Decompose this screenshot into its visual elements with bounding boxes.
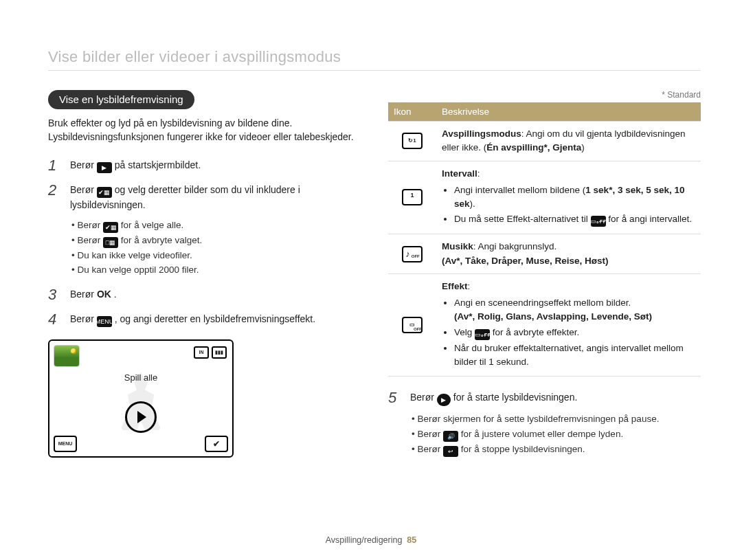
page-footer: Avspilling/redigering 85 [0, 535, 742, 545]
page-number: 85 [407, 535, 416, 545]
preview-thumbnail-icon [54, 345, 80, 367]
ok-icon: OK [97, 289, 111, 300]
options-table: Ikon Beskrivelse ↻1 Avspillingsmodus: An… [388, 102, 701, 377]
music-off-icon [402, 246, 423, 262]
step-2-bullet: Berør □▦ for å avbryte valget. [71, 233, 361, 248]
step-5-bullet: Berør ↩ for å stoppe lysbildevisningen. [412, 442, 701, 457]
step-2-bullet: Berør ✔▦ for å velge alle. [71, 218, 361, 233]
left-column: Vise en lysbildefremvisning Bruk effekte… [48, 90, 361, 467]
step-2-bullet: Du kan ikke velge videofiler. [71, 248, 361, 263]
menu-icon: MENU [97, 316, 112, 327]
camera-preview: IN ▮▮▮ Spill alle MENU ✔ [48, 339, 234, 458]
back-icon: ↩ [443, 446, 458, 457]
standard-note: * Standard [388, 90, 701, 100]
interval-icon [402, 189, 423, 205]
effect-icon: ▭ [402, 317, 423, 333]
step-4: 4 Berør MENU , og angi deretter en lysbi… [48, 312, 361, 327]
step-1: 1 Berør ▶ på startskjermbildet. [48, 158, 361, 173]
preview-menu-button: MENU [54, 436, 77, 452]
step-5-bullet: Berør skjermen for å sette lysbildefremv… [412, 412, 701, 427]
step-3: 3 Berør OK . [48, 287, 361, 302]
table-row: ▭ Effekt: Angi en sceneendringseffekt me… [388, 273, 701, 376]
select-images-icon: ✔▦ [97, 187, 112, 198]
step-5-bullet: Berør 🔊 for å justere volumet eller demp… [412, 427, 701, 442]
table-row: Musikk: Angi bakgrunnslyd. (Av*, Tåke, D… [388, 234, 701, 274]
preview-caption: Spill alle [49, 372, 232, 383]
step-number: 3 [48, 287, 60, 302]
deselect-icon: □▦ [103, 237, 118, 248]
manual-page: Vise bilder eller videoer i avspillingsm… [0, 0, 742, 560]
step-5: 5 Berør ▶ for å starte lysbildevisningen… [388, 390, 701, 457]
effect-off-icon: ▭ₒғғ [591, 216, 606, 227]
volume-icon: 🔊 [443, 431, 458, 442]
step-number: 4 [48, 312, 60, 327]
effect-off-icon: ▭ₒғғ [475, 329, 490, 340]
step-number: 1 [48, 158, 60, 173]
page-title: Vise bilder eller videoer i avspillingsm… [48, 48, 701, 71]
step-2: 2 Berør ✔▦ og velg deretter bilder som d… [48, 183, 361, 278]
preview-select-button: ✔ [205, 436, 228, 452]
right-column: * Standard Ikon Beskrivelse ↻1 Avspillin… [388, 90, 701, 467]
table-header-icon: Ikon [388, 102, 436, 122]
table-header-desc: Beskrivelse [436, 102, 701, 122]
table-row: Intervall: Angi intervallet mellom bilde… [388, 161, 701, 234]
play-icon: ▶ [437, 394, 451, 406]
storage-in-icon: IN [194, 346, 209, 359]
select-all-icon: ✔▦ [103, 222, 118, 233]
intro-paragraph: Bruk effekter og lyd på en lysbildevisni… [48, 116, 361, 144]
step-2-bullet: Du kan velge opptil 2000 filer. [71, 262, 361, 278]
play-button-icon [125, 401, 157, 433]
step-number: 5 [388, 390, 401, 457]
table-row: ↻1 Avspillingsmodus: Angi om du vil gjen… [388, 122, 701, 161]
slideshow-home-icon: ▶ [97, 162, 112, 173]
step-number: 2 [48, 183, 60, 278]
battery-icon: ▮▮▮ [212, 346, 227, 359]
repeat-mode-icon: ↻1 [402, 133, 423, 149]
section-heading: Vise en lysbildefremvisning [48, 90, 194, 109]
